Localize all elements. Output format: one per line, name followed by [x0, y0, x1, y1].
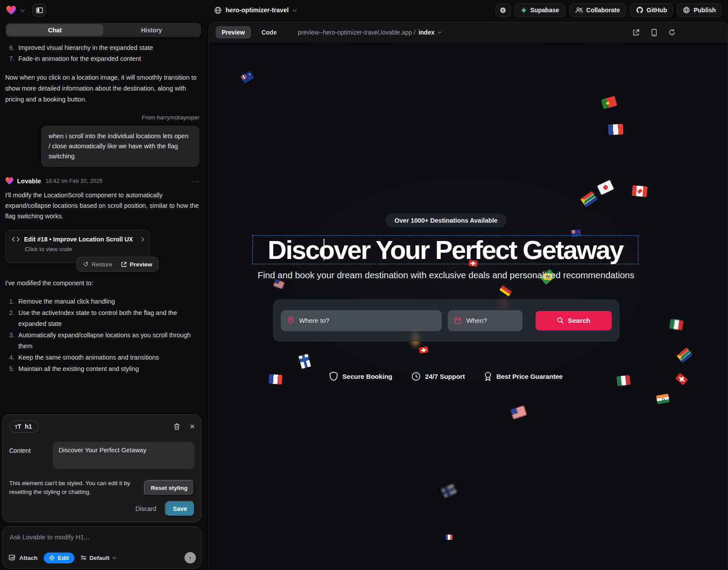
element-editor-panel: h1 × Content Discover Your Perfect Getaw… — [2, 414, 202, 522]
preview-button[interactable]: Preview — [118, 260, 156, 269]
assistant-message: Now when you click on a location image, … — [5, 72, 199, 105]
award-icon — [484, 371, 492, 381]
preview-url[interactable]: preview--hero-optimizer-travel.lovable.a… — [298, 29, 440, 36]
hero-title: Discover Your Perfect Getaway — [268, 235, 623, 265]
tab-history[interactable]: History — [103, 24, 200, 36]
publish-globe-icon — [683, 7, 690, 14]
gear-icon: ⚙ — [500, 6, 506, 14]
close-icon[interactable]: × — [190, 423, 195, 430]
where-to-input[interactable]: Where to? — [281, 310, 442, 331]
settings-button[interactable]: ⚙ — [495, 3, 511, 17]
lovable-heart-icon — [5, 177, 14, 185]
styling-note: This element can't be styled. You can ed… — [9, 479, 139, 497]
feature-best-price: Best Price Guarantee — [484, 371, 563, 381]
globe-icon — [214, 7, 222, 14]
flag-fr-icon — [446, 535, 453, 540]
delete-element-button[interactable] — [174, 423, 180, 430]
flag-fi-icon — [298, 354, 311, 369]
content-textarea[interactable]: Discover Your Perfect Getaway — [53, 442, 195, 469]
publish-button[interactable]: Publish — [677, 3, 722, 17]
edit-mode-button[interactable]: Edit — [44, 553, 74, 563]
calendar-icon — [454, 317, 461, 324]
discard-button[interactable]: Discard — [136, 505, 156, 512]
reset-styling-button[interactable]: Reset styling — [144, 480, 195, 496]
topbar: hero-optimizer-travel ⚙ Supabase Collabo… — [0, 0, 728, 20]
assistant-message: I've modified the component to: — [5, 280, 199, 287]
message-menu-button[interactable]: ··· — [192, 178, 199, 185]
chevron-down-icon — [112, 555, 116, 559]
flag-us-icon — [273, 279, 285, 289]
preview-viewport[interactable]: Over 1000+ Destinations Available Discov… — [209, 42, 728, 570]
search-button[interactable]: Search — [536, 311, 612, 330]
flag-fi-icon — [441, 484, 457, 498]
mobile-view-button[interactable] — [651, 29, 657, 36]
external-link-icon — [121, 262, 127, 267]
tab-preview[interactable]: Preview — [216, 26, 251, 38]
assistant-name: Lovable — [17, 178, 41, 185]
collaborate-button[interactable]: Collaborate — [569, 3, 626, 17]
assistant-header: Lovable 18:42 on Feb 20, 2025 ··· — [5, 177, 199, 185]
sliders-icon — [80, 555, 87, 560]
list-item: 6. Improved visual hierarchy in the expa… — [5, 42, 199, 53]
composer-input[interactable]: Ask Lovable to modify H1... — [10, 533, 194, 541]
flag-in-icon — [656, 394, 669, 405]
selected-h1-outline[interactable]: Discover Your Perfect Getaway — [252, 235, 638, 264]
chevron-down-icon — [293, 7, 297, 12]
when-input[interactable]: When? — [448, 310, 522, 331]
feature-secure-booking: Secure Booking — [329, 371, 392, 381]
model-default-button[interactable]: Default — [80, 555, 115, 561]
restore-button[interactable]: Restore — [80, 259, 116, 269]
send-button[interactable]: ↑ — [185, 552, 196, 563]
project-switcher[interactable]: hero-optimizer-travel — [214, 0, 296, 20]
destinations-badge: Over 1000+ Destinations Available — [385, 213, 506, 227]
text-caret — [324, 239, 324, 260]
supabase-button[interactable]: Supabase — [515, 3, 565, 17]
flag-ch-icon — [419, 346, 428, 353]
chat-composer: Ask Lovable to modify H1... Attach — [2, 526, 202, 569]
edit-card-subtitle: Click to view code — [25, 246, 143, 252]
lovable-heart-logo[interactable] — [6, 6, 16, 15]
type-icon — [15, 423, 21, 430]
collaborate-icon — [575, 7, 583, 13]
attach-button[interactable]: Attach — [9, 555, 38, 561]
flag-za-icon — [676, 347, 693, 363]
code-icon — [12, 237, 20, 242]
hero-subtitle: Find and book your dream destination wit… — [209, 270, 683, 280]
chat-scroll-area[interactable]: 6. Improved visual hierarchy in the expa… — [0, 37, 206, 374]
save-button[interactable]: Save — [165, 501, 195, 517]
tab-chat[interactable]: Chat — [7, 24, 103, 36]
chevron-down-icon[interactable] — [21, 7, 25, 12]
user-attribution: From harrymckayroper — [5, 114, 199, 121]
sidebar-tabs: Chat History — [5, 23, 201, 37]
github-icon — [636, 7, 643, 14]
github-button[interactable]: GitHub — [630, 3, 673, 17]
toggle-sidebar-button[interactable] — [32, 3, 46, 17]
hero-section: Over 1000+ Destinations Available Discov… — [209, 42, 683, 227]
preview-panel: Preview Code preview--hero-optimizer-tra… — [209, 22, 728, 570]
list-item: 7. Fade-in animation for the expanded co… — [5, 53, 199, 64]
features-row: Secure Booking 24/7 Support — [209, 371, 683, 381]
chat-sidebar: Chat History 6. Improved visual hierarch… — [0, 20, 206, 570]
shield-icon — [329, 371, 338, 381]
tab-code[interactable]: Code — [255, 26, 283, 38]
flag-de-icon — [499, 283, 513, 296]
restore-preview-pill: Restore Preview — [77, 257, 159, 272]
image-icon — [9, 555, 16, 561]
open-external-button[interactable] — [633, 29, 640, 36]
url-page: index — [418, 29, 435, 36]
message-timestamp: 18:42 on Feb 20, 2025 — [45, 178, 103, 184]
edit-card-wrapper: Edit #18 • Improve Location Scroll UX Cl… — [5, 230, 199, 270]
clock-icon — [411, 372, 421, 381]
feature-support: 24/7 Support — [411, 372, 465, 381]
flag-mx-icon — [669, 319, 684, 330]
location-pin-icon — [287, 316, 294, 325]
flag-us-icon — [510, 406, 527, 420]
project-name: hero-optimizer-travel — [226, 7, 289, 14]
user-message-bubble: when i scroll into the individual locati… — [41, 126, 199, 167]
content-label: Content — [9, 442, 53, 469]
edit-card-title: Edit #18 • Improve Location Scroll UX — [24, 236, 136, 243]
assistant-message: I'll modify the LocationScroll component… — [5, 190, 199, 221]
element-tag-pill[interactable]: h1 — [9, 420, 38, 433]
chevron-right-icon — [140, 237, 144, 241]
refresh-button[interactable] — [669, 29, 676, 36]
